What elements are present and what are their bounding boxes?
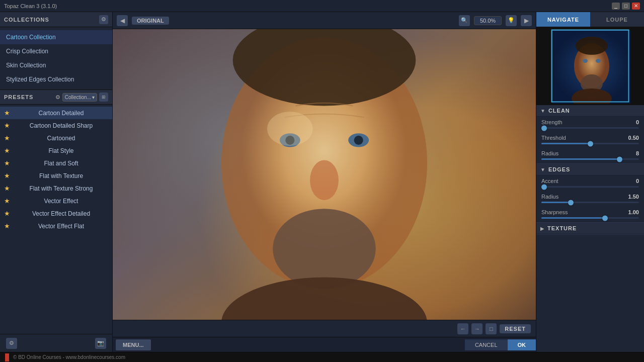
svg-point-8 xyxy=(310,160,339,201)
clean-collapse-arrow: ▼ xyxy=(540,108,545,114)
redo-button[interactable]: → xyxy=(471,323,482,334)
edges-collapse-arrow: ▼ xyxy=(540,167,545,172)
sharpness-slider-fill xyxy=(541,217,605,219)
preset-name-cartooned: Cartooned xyxy=(14,135,108,142)
svg-point-9 xyxy=(273,209,376,289)
preset-item-vector-effect-flat[interactable]: ★ Vector Effect Flat xyxy=(0,220,112,232)
menu-button[interactable]: MENU... xyxy=(116,339,151,350)
presets-controls: ⚙ Collection... ▾ ⊞ xyxy=(55,93,108,102)
accent-value: 0 xyxy=(636,178,639,184)
edges-radius-slider-thumb[interactable] xyxy=(568,200,574,205)
right-panel: NAVIGATE LOUPE xyxy=(536,12,644,352)
tab-navigate[interactable]: NAVIGATE xyxy=(536,12,590,27)
preset-item-flat-with-texture[interactable]: ★ Flat with Texture xyxy=(0,169,112,182)
search-icon[interactable]: 🔍 xyxy=(459,15,470,26)
app-title: Topaz Clean 3 (3.1.0) xyxy=(4,3,612,9)
preset-star-cartooned: ★ xyxy=(4,134,10,142)
threshold-slider-track[interactable] xyxy=(541,143,639,144)
strength-label-row: Strength 0 xyxy=(541,119,639,125)
accent-slider-thumb[interactable] xyxy=(541,184,547,190)
settings-button[interactable]: ⚙ xyxy=(6,338,17,349)
collections-title: COLLECTIONS xyxy=(4,17,49,23)
tab-loupe[interactable]: LOUPE xyxy=(590,12,644,27)
preset-star-vector-effect-detailed: ★ xyxy=(4,210,10,217)
preset-item-cartoon-detailed[interactable]: ★ Cartoon Detailed xyxy=(0,107,112,119)
preset-item-flat-style[interactable]: ★ Flat Style xyxy=(0,144,112,157)
zoom-level[interactable]: 50.0% xyxy=(474,16,502,25)
threshold-label-row: Threshold 0.50 xyxy=(541,135,639,141)
texture-collapse-arrow: ▶ xyxy=(540,226,544,231)
texture-section-header[interactable]: ▶ TEXTURE xyxy=(536,223,644,234)
presets-header: PRESETS ⚙ Collection... ▾ ⊞ xyxy=(0,89,112,105)
attribution-bar: © BD Online Courses - www.bdonlinecourse… xyxy=(0,352,644,362)
svg-point-11 xyxy=(267,112,313,146)
thumbnail-selection-box xyxy=(551,30,629,103)
texture-section: ▶ TEXTURE xyxy=(536,223,644,235)
clean-section-title: CLEAN xyxy=(548,108,570,114)
next-arrow[interactable]: ▶ xyxy=(521,15,532,26)
compare-button[interactable]: □ xyxy=(486,323,497,334)
preset-name-vector-effect: Vector Effect xyxy=(14,198,108,205)
maximize-button[interactable]: □ xyxy=(622,3,630,10)
accent-label-row: Accent 0 xyxy=(541,178,639,184)
radius-value: 8 xyxy=(636,150,639,156)
fit-screen-button[interactable]: 💡 xyxy=(506,15,517,26)
sidebar-bottom-bar: ⚙ 📷 xyxy=(0,334,112,352)
preset-star-flat-and-soft: ★ xyxy=(4,159,10,167)
edges-section-header[interactable]: ▼ EDGES xyxy=(536,164,644,175)
edges-radius-slider-fill xyxy=(541,202,571,203)
radius-label: Radius xyxy=(541,150,558,156)
canvas-toolbar: ◀ ORIGINAL 🔍 50.0% 💡 ▶ xyxy=(113,12,536,29)
presets-collection-dropdown[interactable]: Collection... ▾ xyxy=(62,93,97,102)
preset-item-vector-effect-detailed[interactable]: ★ Vector Effect Detailed xyxy=(0,207,112,220)
sharpness-label-row: Sharpness 1.00 xyxy=(541,209,639,215)
camera-button[interactable]: 📷 xyxy=(95,338,106,349)
collection-item-stylized[interactable]: Stylized Edges Collection xyxy=(0,72,112,86)
undo-button[interactable]: ← xyxy=(457,323,468,334)
preset-item-vector-effect[interactable]: ★ Vector Effect xyxy=(0,195,112,207)
threshold-slider-thumb[interactable] xyxy=(588,141,593,146)
thumbnail-area[interactable] xyxy=(536,27,644,105)
preset-item-flat-and-soft[interactable]: ★ Flat and Soft xyxy=(0,157,112,169)
collection-item-skin[interactable]: Skin Collection xyxy=(0,58,112,72)
sharpness-slider-thumb[interactable] xyxy=(602,215,608,221)
radius-slider-fill xyxy=(541,158,619,160)
radius-slider-thumb[interactable] xyxy=(617,156,622,162)
sharpness-slider-track[interactable] xyxy=(541,217,639,219)
preset-star-flat-style: ★ xyxy=(4,147,10,154)
svg-point-7 xyxy=(354,136,363,145)
ok-button[interactable]: OK xyxy=(508,339,536,350)
texture-section-title: TEXTURE xyxy=(547,225,577,231)
close-button[interactable]: ✕ xyxy=(632,3,640,10)
preset-item-flat-with-texture-strong[interactable]: ★ Flat with Texture Strong xyxy=(0,182,112,195)
minimize-button[interactable]: ⎯ xyxy=(612,3,620,10)
clean-section-header[interactable]: ▼ CLEAN xyxy=(536,105,644,117)
collections-settings-button[interactable]: ⚙ xyxy=(99,15,108,24)
grid-view-button[interactable]: ⊞ xyxy=(99,93,108,102)
collections-list: Cartoon Collection Crisp Collection Skin… xyxy=(0,27,112,89)
cancel-button[interactable]: CANCEL xyxy=(465,339,508,350)
preset-item-cartoon-detailed-sharp[interactable]: ★ Cartoon Detailed Sharp xyxy=(0,119,112,132)
preset-item-cartooned[interactable]: ★ Cartooned xyxy=(0,132,112,144)
radius-slider-track[interactable] xyxy=(541,158,639,160)
preset-star-flat-with-texture-strong: ★ xyxy=(4,185,10,192)
accent-slider-track[interactable] xyxy=(541,186,639,188)
collection-item-cartoon[interactable]: Cartoon Collection xyxy=(0,30,112,44)
radius-label-row: Radius 8 xyxy=(541,150,639,156)
sharpness-row: Sharpness 1.00 xyxy=(536,207,644,222)
preset-name-flat-with-texture-strong: Flat with Texture Strong xyxy=(14,185,108,192)
portrait-svg xyxy=(113,29,536,320)
preset-star-vector-effect-flat: ★ xyxy=(4,222,10,230)
prev-arrow[interactable]: ◀ xyxy=(117,15,128,26)
clean-section: ▼ CLEAN Strength 0 xyxy=(536,105,644,164)
strength-slider-thumb[interactable] xyxy=(541,125,547,131)
main-layout: COLLECTIONS ⚙ Cartoon Collection Crisp C… xyxy=(0,12,644,352)
reset-button[interactable]: RESET xyxy=(500,324,531,333)
edges-radius-slider-track[interactable] xyxy=(541,202,639,203)
titlebar: Topaz Clean 3 (3.1.0) ⎯ □ ✕ xyxy=(0,0,644,12)
collection-item-crisp[interactable]: Crisp Collection xyxy=(0,44,112,58)
presets-list: ★ Cartoon Detailed ★ Cartoon Detailed Sh… xyxy=(0,105,112,334)
canvas-image[interactable] xyxy=(113,29,536,320)
strength-slider-track[interactable] xyxy=(541,127,639,129)
edges-section-title: EDGES xyxy=(548,166,571,172)
